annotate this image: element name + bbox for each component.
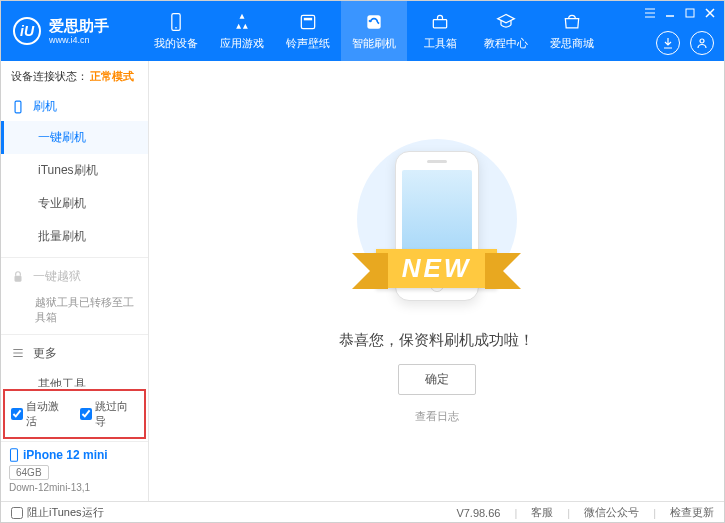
success-message: 恭喜您，保资料刷机成功啦！ [339,331,534,350]
support-link[interactable]: 客服 [531,505,553,520]
svg-rect-8 [15,101,21,113]
sidebar-item-batch-flash[interactable]: 批量刷机 [1,220,148,253]
sidebar-group-more[interactable]: 更多 [1,339,148,368]
phone-icon [11,100,25,114]
sidebar-item-other-tools[interactable]: 其他工具 [1,368,148,387]
nav-label: 爱思商城 [550,36,594,51]
nav-label: 智能刷机 [352,36,396,51]
svg-rect-4 [367,15,380,28]
chk-label: 阻止iTunes运行 [27,505,104,520]
nav-label: 我的设备 [154,36,198,51]
phone-icon [9,448,19,462]
lock-icon [11,270,25,284]
apps-icon [232,12,252,32]
nav-my-device[interactable]: 我的设备 [143,1,209,61]
window-controls [644,7,716,19]
svg-rect-2 [301,15,314,28]
svg-rect-5 [433,19,446,27]
close-icon[interactable] [704,7,716,19]
logo-icon: iU [13,17,41,45]
version-label: V7.98.66 [456,507,500,519]
wechat-link[interactable]: 微信公众号 [584,505,639,520]
app-url: www.i4.cn [49,35,109,46]
status-label: 设备连接状态： [11,69,88,84]
checkbox-input[interactable] [11,408,23,420]
nav-label: 铃声壁纸 [286,36,330,51]
nav-toolbox[interactable]: 工具箱 [407,1,473,61]
main-nav: 我的设备 应用游戏 铃声壁纸 智能刷机 工具箱 教程中心 爱思商城 [143,1,605,61]
checkbox-auto-activate[interactable]: 自动激活 [11,399,70,429]
footer: 阻止iTunes运行 V7.98.66 | 客服 | 微信公众号 | 检查更新 [1,501,724,523]
nav-ringtones[interactable]: 铃声壁纸 [275,1,341,61]
chk-label: 自动激活 [26,399,70,429]
sidebar-item-pro-flash[interactable]: 专业刷机 [1,187,148,220]
nav-store[interactable]: 爱思商城 [539,1,605,61]
device-status: 设备连接状态： 正常模式 [1,61,148,92]
sidebar: 设备连接状态： 正常模式 刷机 一键刷机 iTunes刷机 专业刷机 批量刷机 … [1,61,149,501]
sidebar-group-jailbreak[interactable]: 一键越狱 [1,262,148,291]
new-ribbon: NEW [376,249,498,288]
jailbreak-note: 越狱工具已转移至工具箱 [1,291,148,330]
sidebar-item-oneclick-flash[interactable]: 一键刷机 [1,121,148,154]
flash-icon [364,12,384,32]
checkbox-skip-guide[interactable]: 跳过向导 [80,399,139,429]
toolbox-icon [430,12,450,32]
group-label: 刷机 [33,98,57,115]
svg-rect-10 [11,449,18,462]
svg-point-7 [700,39,704,43]
view-log-link[interactable]: 查看日志 [415,409,459,424]
device-name: iPhone 12 mini [9,448,140,462]
phone-icon [166,12,186,32]
checkbox-input[interactable] [80,408,92,420]
svg-rect-3 [304,17,312,19]
nav-flash[interactable]: 智能刷机 [341,1,407,61]
device-storage: 64GB [9,465,49,480]
device-sub: Down-12mini-13,1 [9,482,140,493]
confirm-button[interactable]: 确定 [398,364,476,395]
more-icon [11,346,25,360]
main-content: NEW 恭喜您，保资料刷机成功啦！ 确定 查看日志 [149,61,724,501]
check-update-link[interactable]: 检查更新 [670,505,714,520]
group-label: 一键越狱 [33,268,81,285]
group-label: 更多 [33,345,57,362]
svg-rect-9 [15,275,22,281]
sidebar-group-flash[interactable]: 刷机 [1,92,148,121]
minimize-icon[interactable] [664,7,676,19]
chk-label: 跳过向导 [95,399,139,429]
header-actions [656,31,714,55]
tutorial-icon [496,12,516,32]
connected-device[interactable]: iPhone 12 mini 64GB Down-12mini-13,1 [1,441,148,501]
app-header: iU 爱思助手 www.i4.cn 我的设备 应用游戏 铃声壁纸 智能刷机 工具… [1,1,724,61]
svg-point-1 [175,27,177,29]
menu-icon[interactable] [644,7,656,19]
app-logo: iU 爱思助手 www.i4.cn [13,17,143,46]
checkbox-input[interactable] [11,507,23,519]
success-illustration: NEW [327,139,547,319]
wallpaper-icon [298,12,318,32]
nav-label: 应用游戏 [220,36,264,51]
flash-options: 自动激活 跳过向导 [3,389,146,439]
maximize-icon[interactable] [684,7,696,19]
status-value: 正常模式 [90,69,134,84]
nav-label: 工具箱 [424,36,457,51]
sidebar-item-itunes-flash[interactable]: iTunes刷机 [1,154,148,187]
app-name: 爱思助手 [49,17,109,35]
store-icon [562,12,582,32]
nav-tutorials[interactable]: 教程中心 [473,1,539,61]
checkbox-block-itunes[interactable]: 阻止iTunes运行 [11,505,104,520]
svg-rect-6 [686,9,694,17]
nav-label: 教程中心 [484,36,528,51]
nav-apps[interactable]: 应用游戏 [209,1,275,61]
download-button[interactable] [656,31,680,55]
user-button[interactable] [690,31,714,55]
